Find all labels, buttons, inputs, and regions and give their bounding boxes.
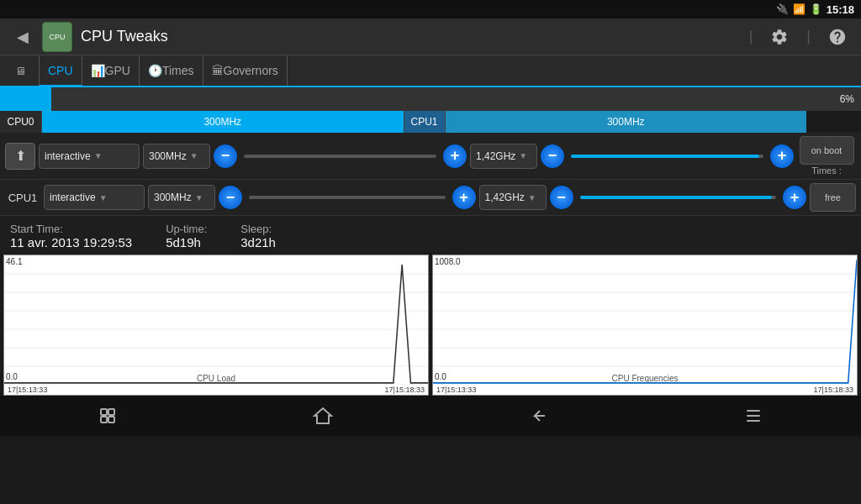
svg-rect-16 — [101, 409, 107, 415]
status-bar: 🔌 📶 🔋 15:18 — [0, 0, 861, 18]
wifi-icon: 📶 — [793, 3, 806, 15]
separator: | — [749, 28, 753, 45]
svg-marker-20 — [314, 408, 331, 423]
usage-bar-fill — [0, 87, 51, 111]
title-bar: ◀ CPU CPU Tweaks | | — [0, 18, 861, 55]
cpu-freq-title: CPU Frequencies — [612, 374, 679, 383]
tab-times[interactable]: 🕐 Times — [140, 55, 203, 86]
cpu1-freq-bar: 300MHz — [446, 111, 807, 133]
nav-bar — [0, 396, 861, 436]
cpu-load-ymin: 0.0 — [6, 372, 18, 381]
svg-rect-17 — [108, 409, 114, 415]
cpu-load-xlabels: 17|15:13:33 17|15:18:33 — [4, 385, 428, 395]
status-time: 15:18 — [827, 3, 854, 16]
cpu-load-chart: 46.1 0.0 CPU Load 17|15:13:33 17|15:18:3… — [3, 255, 429, 396]
uptime-label: Up-time: — [166, 223, 207, 235]
times-label: Times : — [811, 165, 842, 176]
controls-row-2: CPU1 interactive ▼ 300MHz ▼ − + 1,42GHz … — [0, 180, 861, 216]
slider-1[interactable] — [240, 148, 440, 165]
sleep-label: Sleep: — [240, 223, 276, 235]
tabs-bar: 🖥 CPU 📊 GPU 🕐 Times 🏛 Governors — [0, 55, 861, 87]
min-freq-dropdown-2[interactable]: 300MHz ▼ — [148, 185, 215, 210]
cpu-usage-bar: 6% — [0, 87, 861, 111]
governor-dropdown-1[interactable]: interactive ▼ — [39, 144, 140, 169]
separator2: | — [806, 28, 811, 45]
min-decrease-btn-1[interactable]: − — [214, 144, 237, 168]
menu-button[interactable] — [728, 399, 779, 433]
max-decrease-btn-1[interactable]: − — [541, 144, 564, 168]
upload-button[interactable]: ⬆ — [5, 143, 35, 170]
start-time-label: Start Time: — [10, 223, 132, 235]
tab-cpu[interactable]: CPU — [40, 56, 82, 87]
cpu-load-title: CPU Load — [197, 374, 235, 383]
minus-icon-1: − — [221, 147, 230, 165]
svg-rect-22 — [747, 415, 760, 417]
max-decrease-btn-2[interactable]: − — [550, 186, 573, 209]
toolbar-icons: | | — [749, 24, 851, 50]
tab-times-icon: 🕐 — [148, 64, 162, 77]
max-increase-btn-2[interactable]: + — [783, 186, 806, 209]
sleep-block: Sleep: 3d21h — [240, 223, 276, 249]
cpu-freq-xlabels: 17|15:13:33 17|15:18:33 — [433, 385, 857, 395]
slider-2[interactable] — [246, 189, 449, 206]
cpu1-bar-label: CPU1 — [404, 111, 446, 133]
cpu-load-ymax: 46.1 — [6, 257, 22, 266]
governor-dropdown-2[interactable]: interactive ▼ — [44, 185, 145, 210]
max-freq-dropdown-1[interactable]: 1,42GHz ▼ — [470, 144, 537, 169]
tab-governors-icon: 🏛 — [212, 64, 224, 77]
cpu-freq-ymin: 0.0 — [435, 372, 446, 381]
cpu-load-xstart: 17|15:13:33 — [8, 386, 47, 394]
settings-button[interactable] — [766, 24, 793, 50]
back-button[interactable]: ◀ — [10, 24, 35, 50]
dropdown-arrow-2: ▼ — [99, 193, 108, 202]
min-freq-dropdown-1[interactable]: 300MHz ▼ — [143, 144, 210, 169]
upload-icon: ⬆ — [15, 148, 26, 164]
tab-gpu[interactable]: 📊 GPU — [82, 55, 140, 86]
svg-rect-18 — [101, 417, 107, 423]
min-freq-arrow-2: ▼ — [195, 193, 203, 202]
tab-overview[interactable]: 🖥 — [7, 55, 40, 86]
max-slider-1[interactable] — [568, 148, 767, 165]
sleep-value: 3d21h — [240, 235, 276, 249]
dropdown-arrow-1: ▼ — [94, 151, 103, 160]
governor-label-2: interactive — [50, 192, 96, 203]
svg-rect-23 — [747, 420, 760, 422]
min-freq-label-1: 300MHz — [149, 150, 187, 162]
tab-governors-label: Governors — [224, 64, 278, 77]
max-freq-arrow-2: ▼ — [528, 193, 536, 202]
recent-apps-button[interactable] — [82, 399, 133, 433]
cpu0-freq-bar: 300MHz — [42, 111, 404, 133]
max-slider-2[interactable] — [577, 189, 780, 206]
battery-icon: 🔋 — [810, 3, 822, 15]
cpu-load-xend: 17|15:18:33 — [385, 386, 425, 394]
back-nav-button[interactable] — [513, 399, 563, 433]
min-decrease-btn-2[interactable]: − — [219, 186, 242, 209]
cpu0-label: CPU0 — [0, 111, 42, 133]
tab-governors[interactable]: 🏛 Governors — [203, 55, 288, 86]
tab-cpu-label: CPU — [48, 64, 73, 77]
tab-gpu-icon: 📊 — [91, 64, 105, 77]
start-time-value: 11 avr. 2013 19:29:53 — [10, 235, 132, 249]
svg-rect-21 — [747, 410, 760, 412]
cpu-freq-xstart: 17|15:13:33 — [436, 386, 476, 394]
cpu-freq-row: CPU0 300MHz CPU1 300MHz — [0, 111, 861, 133]
minus-icon-max-1: − — [548, 147, 557, 165]
max-increase-btn-1[interactable]: + — [770, 144, 794, 168]
cpu-freq-svg — [433, 255, 857, 385]
usb-icon: 🔌 — [776, 3, 789, 15]
free-button[interactable]: free — [810, 183, 856, 212]
page-title: CPU Tweaks — [81, 28, 749, 45]
help-button[interactable] — [824, 24, 851, 50]
on-boot-button[interactable]: on boot — [800, 136, 854, 165]
cpu1-section-label: CPU1 — [5, 192, 40, 204]
cpu-freq-xend: 17|15:18:33 — [814, 386, 853, 394]
start-time-block: Start Time: 11 avr. 2013 19:29:53 — [10, 223, 132, 249]
max-freq-arrow-1: ▼ — [519, 151, 527, 160]
max-freq-dropdown-2[interactable]: 1,42GHz ▼ — [479, 185, 547, 210]
min-increase-btn-1[interactable]: + — [443, 144, 467, 168]
svg-rect-19 — [108, 417, 114, 423]
min-increase-btn-2[interactable]: + — [452, 186, 476, 209]
home-button[interactable] — [298, 399, 348, 433]
max-freq-label-1: 1,42GHz — [476, 150, 515, 162]
charts-section: 46.1 0.0 CPU Load 17|15:13:33 17|15:18:3… — [0, 255, 861, 396]
